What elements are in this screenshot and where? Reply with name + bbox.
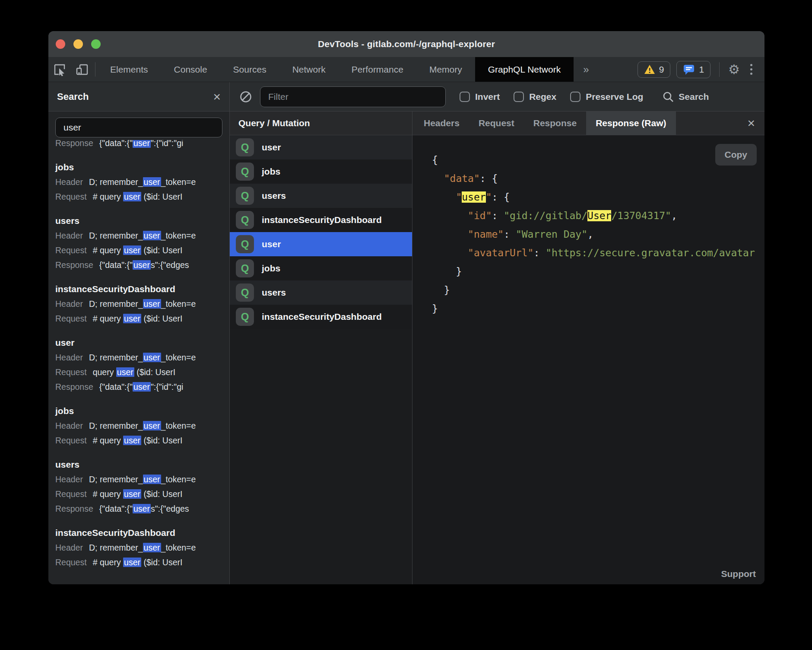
minimize-window-button[interactable] bbox=[73, 39, 83, 49]
search-result-line[interactable]: Requestquery user ($id: UserI bbox=[55, 365, 222, 379]
json-token: , bbox=[671, 210, 677, 221]
issues-badge[interactable]: 1 bbox=[676, 61, 710, 78]
detail-tab-request[interactable]: Request bbox=[469, 112, 524, 135]
search-result-line[interactable]: Response{"data":{"users":{"edges bbox=[55, 501, 222, 516]
result-text: # query bbox=[93, 558, 123, 567]
query-type-icon: Q bbox=[236, 187, 254, 205]
result-text: _token=e bbox=[161, 177, 196, 187]
preserve-log-checkbox-group[interactable]: Preserve Log bbox=[570, 92, 643, 102]
search-result-line[interactable]: HeaderD; remember_user_token=e bbox=[55, 472, 222, 487]
detail-tab-headers[interactable]: Headers bbox=[414, 112, 469, 135]
devtools-tab-memory[interactable]: Memory bbox=[416, 57, 475, 82]
inspect-cursor-icon bbox=[53, 63, 66, 76]
detail-tab-response[interactable]: Response bbox=[524, 112, 586, 135]
search-result-label: Response bbox=[55, 260, 93, 270]
search-result-line[interactable]: HeaderD; remember_user_token=e bbox=[55, 350, 222, 365]
devtools-tab-network[interactable]: Network bbox=[279, 57, 339, 82]
query-row-jobs[interactable]: Qjobs bbox=[230, 159, 412, 184]
search-result-line[interactable]: Response{"data":{"users":{"edges bbox=[55, 258, 222, 272]
search-result-line[interactable]: Request# query user ($id: UserI bbox=[55, 189, 222, 204]
support-link[interactable]: Support bbox=[721, 569, 756, 579]
devtools-tab-performance[interactable]: Performance bbox=[339, 57, 416, 82]
match-highlight: user bbox=[133, 382, 151, 392]
toolbar-separator bbox=[95, 62, 95, 76]
search-result-label: Request bbox=[55, 367, 87, 377]
search-result-line[interactable]: Request# query user ($id: UserI bbox=[55, 433, 222, 448]
detail-tab-response-raw-[interactable]: Response (Raw) bbox=[586, 112, 676, 135]
result-text: ($id: UserI bbox=[141, 436, 182, 445]
json-token bbox=[432, 247, 468, 258]
query-row-jobs[interactable]: Qjobs bbox=[230, 256, 412, 280]
search-panel-close-icon[interactable]: × bbox=[213, 90, 221, 103]
search-result-line[interactable]: HeaderD; remember_user_token=e bbox=[55, 296, 222, 311]
query-list-title: Query / Mutation bbox=[238, 118, 310, 128]
invert-checkbox[interactable] bbox=[460, 92, 470, 102]
customize-menu-button[interactable] bbox=[746, 64, 757, 75]
search-result-label: Request bbox=[55, 192, 87, 201]
result-text: # query bbox=[93, 436, 123, 445]
network-region: Invert Regex Preserve Log Search bbox=[230, 82, 764, 584]
match-highlight: user bbox=[123, 436, 141, 445]
json-token: : bbox=[504, 229, 516, 240]
search-result-line[interactable]: Request# query user ($id: UserI bbox=[55, 487, 222, 501]
invert-checkbox-group[interactable]: Invert bbox=[460, 92, 500, 102]
regex-checkbox[interactable] bbox=[514, 92, 524, 102]
settings-gear-icon[interactable]: ⚙ bbox=[728, 63, 740, 76]
search-result-line[interactable]: HeaderD; remember_user_token=e bbox=[55, 228, 222, 243]
search-result-label: Header bbox=[55, 231, 83, 240]
warnings-badge[interactable]: 9 bbox=[638, 61, 671, 78]
more-tabs-button[interactable]: » bbox=[574, 57, 598, 82]
json-token bbox=[432, 210, 468, 221]
search-panel: Search × Response{"data":{"user":{"id":"… bbox=[48, 82, 230, 584]
regex-checkbox-group[interactable]: Regex bbox=[514, 92, 556, 102]
json-line: "name": "Warren Day", bbox=[432, 225, 764, 244]
match-highlight: user bbox=[123, 314, 141, 323]
search-result-line[interactable]: Response{"data":{"user":{"id":"gi bbox=[55, 379, 222, 394]
json-line: "data": { bbox=[432, 169, 764, 188]
devtools-tab-sources[interactable]: Sources bbox=[220, 57, 279, 82]
clear-block-icon[interactable] bbox=[239, 90, 252, 103]
search-result-line[interactable]: Request# query user ($id: UserI bbox=[55, 555, 222, 570]
search-result-line[interactable]: Request# query user ($id: UserI bbox=[55, 243, 222, 258]
match-highlight: user bbox=[143, 231, 161, 240]
match-highlight: user bbox=[123, 245, 141, 255]
result-text: # query bbox=[93, 245, 123, 255]
result-text: ($id: UserI bbox=[134, 367, 175, 377]
search-results-list: Response{"data":{"user":{"id":"gijobsHea… bbox=[48, 140, 229, 584]
search-result-title: users bbox=[55, 213, 222, 228]
result-text: D; remember_ bbox=[89, 299, 143, 309]
filter-bar: Invert Regex Preserve Log Search bbox=[230, 82, 764, 112]
json-token: "avatarUrl" bbox=[468, 247, 533, 258]
search-result-line[interactable]: HeaderD; remember_user_token=e bbox=[55, 540, 222, 555]
main-content: Search × Response{"data":{"user":{"id":"… bbox=[48, 82, 764, 584]
inspect-element-button[interactable] bbox=[48, 57, 71, 82]
window-title: DevTools - gitlab.com/-/graphql-explorer bbox=[318, 39, 495, 49]
search-result-line[interactable]: HeaderD; remember_user_token=e bbox=[55, 418, 222, 433]
search-result-line[interactable]: Request# query user ($id: UserI bbox=[55, 311, 222, 326]
details-close-icon[interactable]: × bbox=[747, 117, 764, 130]
json-token: "Warren Day" bbox=[516, 229, 587, 240]
devtools-window: DevTools - gitlab.com/-/graphql-explorer… bbox=[48, 31, 764, 584]
filter-input[interactable] bbox=[260, 86, 446, 107]
query-row-users[interactable]: Qusers bbox=[230, 280, 412, 305]
search-input[interactable] bbox=[55, 118, 222, 137]
result-text: {"data":{" bbox=[99, 140, 133, 148]
search-result-line[interactable]: HeaderD; remember_user_token=e bbox=[55, 175, 222, 189]
issue-count: 1 bbox=[699, 64, 704, 75]
copy-button[interactable]: Copy bbox=[715, 144, 757, 166]
devtools-tab-graphql-network[interactable]: GraphQL Network bbox=[475, 57, 574, 82]
device-toolbar-button[interactable] bbox=[71, 57, 93, 82]
query-row-user[interactable]: Quser bbox=[230, 232, 412, 256]
search-toggle[interactable]: Search bbox=[662, 91, 709, 103]
query-row-user[interactable]: Quser bbox=[230, 135, 412, 159]
result-text: ":{"id":"gi bbox=[151, 382, 183, 392]
close-window-button[interactable] bbox=[56, 39, 65, 49]
search-result-line[interactable]: Response{"data":{"user":{"id":"gi bbox=[55, 140, 222, 150]
query-row-instanceSecurityDashboard[interactable]: QinstanceSecurityDashboard bbox=[230, 208, 412, 232]
preserve-log-checkbox[interactable] bbox=[570, 92, 580, 102]
devtools-tab-console[interactable]: Console bbox=[161, 57, 220, 82]
query-row-users[interactable]: Qusers bbox=[230, 184, 412, 208]
query-row-instanceSecurityDashboard[interactable]: QinstanceSecurityDashboard bbox=[230, 305, 412, 329]
devtools-tab-elements[interactable]: Elements bbox=[97, 57, 161, 82]
zoom-window-button[interactable] bbox=[91, 39, 101, 49]
